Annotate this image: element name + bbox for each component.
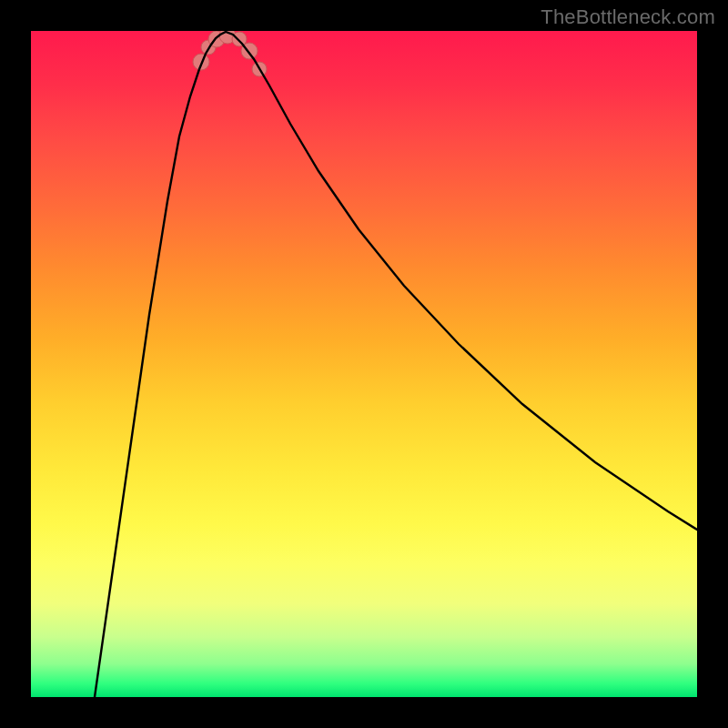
plot-frame — [31, 31, 697, 697]
bottleneck-curve — [95, 32, 697, 697]
bottleneck-curve-layer — [31, 31, 697, 697]
watermark-text: TheBottleneck.com — [541, 5, 715, 29]
